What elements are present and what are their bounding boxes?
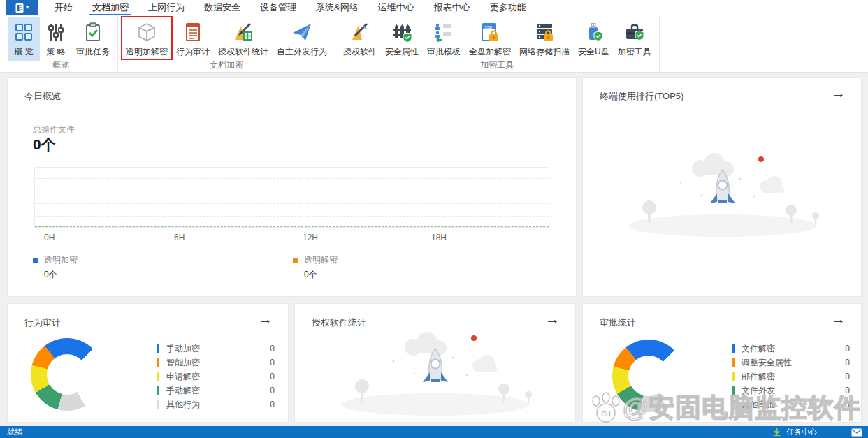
ribbon-item-network-storage-scan[interactable]: 网络存储扫描: [515, 17, 574, 59]
approval-donut-chart: [612, 340, 685, 412]
legend-value: 0: [270, 386, 275, 395]
ribbon-item-transparent-encryption[interactable]: 透明加解密: [122, 17, 172, 59]
task-center-button[interactable]: 任务中心: [786, 427, 817, 437]
tab-internet-behavior[interactable]: 上网行为: [138, 0, 194, 15]
legend-value: 0: [845, 358, 850, 367]
ribbon-item-security-attribute[interactable]: 安全属性: [381, 17, 423, 59]
legend-transparent-encrypt: 透明加密 0个: [33, 254, 78, 281]
ribbon-item-self-outgoing[interactable]: 自主外发行为: [273, 17, 331, 59]
gridline: [35, 178, 549, 179]
tab-data-security[interactable]: 数据安全: [194, 0, 250, 15]
legend-value: 0个: [304, 269, 338, 281]
ribbon-item-authorized-software-stats[interactable]: 授权软件统计: [214, 17, 273, 59]
legend-marker: [157, 400, 159, 409]
ssd-lock-icon: SSD: [479, 20, 501, 45]
arrow-right-icon[interactable]: →: [258, 311, 273, 328]
arrow-right-icon[interactable]: →: [831, 85, 846, 101]
legend-label: 手动解密: [166, 385, 270, 397]
legend-label: 申请解密: [166, 371, 270, 383]
app-window: ▾ 开始 文档加密 上网行为 数据安全 设备管理 系统&网络 运维中心 报表中心…: [0, 0, 868, 438]
legend-marker: [157, 344, 159, 353]
legend-row: 手动解密 0: [157, 384, 275, 397]
tab-start[interactable]: 开始: [45, 0, 82, 15]
legend-label: 文件解密: [742, 343, 845, 355]
x-tick: 12H: [303, 233, 318, 242]
tab-more-functions[interactable]: 更多功能: [480, 0, 536, 15]
clipboard-check-icon: [82, 20, 104, 45]
card-title: 审批统计: [600, 316, 636, 329]
fence-shield-icon: [391, 20, 413, 45]
ribbon-item-approval-tasks[interactable]: 审批任务: [72, 17, 114, 59]
gridline: [35, 203, 549, 204]
ribbon-item-label: 审批模板: [427, 46, 461, 58]
empty-state-rocket-illustration: [618, 147, 827, 242]
svg-text:SSD: SSD: [484, 25, 492, 29]
ribbon-item-label: 安全属性: [385, 46, 419, 58]
workflow-icon: [433, 20, 455, 45]
x-tick: 18H: [431, 233, 447, 242]
legend-label: 邮件解密: [742, 371, 845, 383]
legend-value: 0: [270, 344, 275, 353]
ribbon-group-encryption-tools: 授权软件 安全属性: [335, 15, 660, 72]
ribbon-item-label: 概 览: [14, 46, 33, 58]
legend-row: 调整安全属性 0: [732, 356, 850, 370]
ribbon-group-overview: 概 览 策 略 审批任务 概览: [4, 15, 118, 72]
ribbon-item-label: 加密工具: [618, 46, 651, 58]
ribbon-item-authorized-software[interactable]: 授权软件: [339, 17, 381, 59]
download-icon[interactable]: [772, 428, 781, 437]
legend-value: 0: [845, 400, 850, 409]
tab-document-encryption[interactable]: 文档加密: [82, 0, 138, 15]
ribbon-item-label: 透明加解密: [126, 46, 168, 58]
legend-marker: [732, 372, 735, 381]
card-title: 今日概览: [24, 90, 61, 103]
arrow-right-icon[interactable]: →: [831, 311, 846, 328]
cube-icon: [136, 20, 158, 45]
app-menu-button[interactable]: ▾: [6, 0, 38, 15]
ribbon-item-label: 审批任务: [76, 46, 110, 58]
gridline: [35, 191, 549, 191]
ribbon-item-label: 行为审计: [176, 46, 210, 58]
tab-system-network[interactable]: 系统&网络: [306, 0, 368, 15]
ribbon-group-doc-encryption: 透明加解密 行为审计: [118, 15, 335, 72]
tab-device-management[interactable]: 设备管理: [250, 0, 306, 15]
ribbon-item-encryption-tools[interactable]: 加密工具: [614, 17, 656, 59]
card-today-overview: 今日概览 总操作文件 0个 0H 6H 12H 18H 透明加密 0个: [7, 77, 577, 297]
gridline: [35, 216, 549, 217]
pencil-stats-icon: [232, 20, 254, 45]
dashboard: 今日概览 总操作文件 0个 0H 6H 12H 18H 透明加密 0个: [0, 73, 868, 426]
menubar: ▾ 开始 文档加密 上网行为 数据安全 设备管理 系统&网络 运维中心 报表中心…: [0, 0, 868, 15]
card-terminal-rank: 终端使用排行(TOP5) →: [582, 77, 862, 297]
legend-transparent-decrypt: 透明解密 0个: [293, 254, 338, 281]
usb-shield-icon: [582, 20, 605, 45]
legend-label: 智能加密: [166, 357, 270, 369]
ribbon-item-secure-usb[interactable]: 安全U盘: [574, 17, 614, 59]
ribbon-item-approval-template[interactable]: 审批模板: [423, 17, 465, 59]
tab-report-center[interactable]: 报表中心: [424, 0, 480, 15]
legend-row: 文件外发 0: [732, 384, 850, 397]
ribbon-item-overview[interactable]: 概 览: [8, 17, 40, 61]
x-tick: 6H: [174, 233, 185, 242]
tab-ops-center[interactable]: 运维中心: [368, 0, 424, 15]
arrow-right-icon[interactable]: →: [545, 311, 560, 328]
ribbon-item-behavior-audit[interactable]: 行为审计: [172, 17, 214, 59]
envelope-icon[interactable]: [851, 428, 862, 437]
legend-marker: [732, 400, 735, 409]
paper-plane-icon: [291, 20, 313, 45]
legend-marker: [157, 386, 159, 395]
server-lock-icon: [533, 20, 556, 45]
ribbon-toolbar: 概 览 策 略 审批任务 概览: [0, 15, 868, 73]
legend-row: 邮件解密 0: [732, 370, 850, 384]
ribbon-item-label: 授权软件: [343, 46, 377, 58]
ribbon-group-label: 文档加密: [118, 59, 335, 71]
ribbon-item-policy[interactable]: 策 略: [40, 17, 72, 59]
legend-marker: [157, 372, 159, 381]
ribbon-item-fulldisk-encryption[interactable]: SSD 全盘加解密: [465, 17, 515, 59]
x-axis-line: [35, 226, 549, 227]
legend-value: 0: [845, 344, 850, 353]
legend-value: 0: [845, 386, 850, 395]
ribbon-item-label: 网络存储扫描: [519, 46, 570, 58]
x-tick: 0H: [44, 233, 55, 242]
legend-label: 文件外发: [742, 385, 845, 397]
ribbon-group-label: 概览: [4, 59, 117, 71]
legend-value: 0: [270, 372, 275, 381]
